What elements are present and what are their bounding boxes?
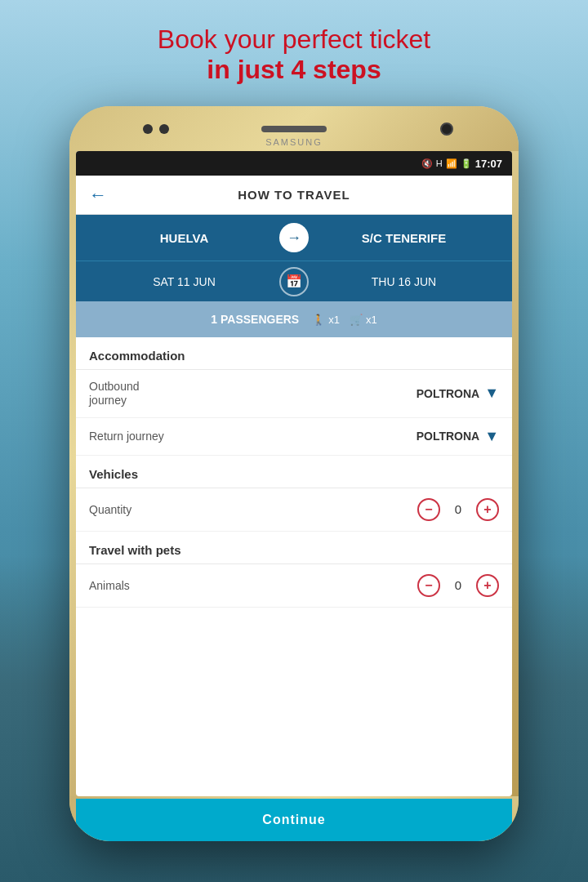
animals-row: Animals − 0 + <box>76 564 512 608</box>
adult-icon-group: 🚶 x1 <box>312 314 340 326</box>
animals-minus-button[interactable]: − <box>417 574 440 597</box>
return-dropdown-icon: ▼ <box>484 428 499 445</box>
stroller-count: x1 <box>366 314 377 326</box>
passengers-bar: 1 PASSENGERS 🚶 x1 🛒 x1 <box>76 301 512 337</box>
signal-icon: 📶 <box>446 158 457 169</box>
status-time: 17:07 <box>475 158 502 170</box>
return-journey-value: POLTRONA <box>416 430 480 443</box>
person-icon: 🚶 <box>312 314 325 326</box>
outbound-journey-row: Outboundjourney POLTRONA ▼ <box>76 370 512 418</box>
outbound-journey-label: Outboundjourney <box>89 380 416 408</box>
route-destination: S/C TENERIFE <box>309 231 499 245</box>
stroller-icon: 🛒 <box>350 314 363 326</box>
pets-title: Travel with pets <box>89 543 499 557</box>
quantity-row: Quantity − 0 + <box>76 488 512 532</box>
quantity-controls: − 0 + <box>417 498 499 521</box>
header-line2: in just 4 steps <box>0 55 588 85</box>
vehicles-title: Vehicles <box>89 467 499 481</box>
accommodation-title: Accommodation <box>89 349 499 363</box>
header-line1: Book your perfect ticket <box>0 24 588 55</box>
network-icon: H <box>436 158 443 168</box>
phone-speaker <box>261 126 327 132</box>
quantity-label: Quantity <box>89 503 417 516</box>
camera-right <box>159 124 169 134</box>
quantity-plus-button[interactable]: + <box>476 498 499 521</box>
header-section: Book your perfect ticket in just 4 steps <box>0 24 588 85</box>
calendar-icon: 📅 <box>286 274 302 289</box>
calendar-button[interactable]: 📅 <box>279 267 309 296</box>
route-bar: HUELVA → S/C TENERIFE <box>76 215 512 261</box>
quantity-value: 0 <box>450 502 466 516</box>
return-journey-select[interactable]: POLTRONA ▼ <box>416 428 499 445</box>
animals-plus-button[interactable]: + <box>476 574 499 597</box>
animals-label: Animals <box>89 579 417 592</box>
return-date: THU 16 JUN <box>309 275 499 288</box>
outbound-journey-value: POLTRONA <box>416 387 480 400</box>
route-origin: HUELVA <box>89 231 279 245</box>
app-title: HOW TO TRAVEL <box>238 188 350 202</box>
phone-top: SAMSUNG <box>69 106 519 151</box>
vehicles-section-header: Vehicles <box>76 456 512 488</box>
passengers-label: 1 PASSENGERS <box>211 313 299 326</box>
mute-icon: 🔇 <box>421 158 433 169</box>
date-bar: SAT 11 JUN 📅 THU 16 JUN <box>76 261 512 301</box>
content-area: Accommodation Outboundjourney POLTRONA ▼… <box>76 337 512 608</box>
animals-controls: − 0 + <box>417 574 499 597</box>
status-bar: 🔇 H 📶 🔋 17:07 <box>76 151 512 176</box>
route-arrow-icon: → <box>287 229 301 247</box>
stroller-icon-group: 🛒 x1 <box>350 314 377 326</box>
status-icons: 🔇 H 📶 🔋 <box>421 158 472 169</box>
camera-left <box>143 124 153 134</box>
outbound-journey-select[interactable]: POLTRONA ▼ <box>416 385 499 402</box>
pets-section-header: Travel with pets <box>76 532 512 564</box>
quantity-minus-button[interactable]: − <box>417 498 440 521</box>
accommodation-section-header: Accommodation <box>76 337 512 370</box>
animals-value: 0 <box>450 578 466 592</box>
adult-count: x1 <box>328 314 340 326</box>
outbound-dropdown-icon: ▼ <box>484 385 499 402</box>
app-bar: ← HOW TO TRAVEL <box>76 176 512 215</box>
front-camera <box>440 122 453 136</box>
return-journey-row: Return journey POLTRONA ▼ <box>76 418 512 456</box>
departure-date: SAT 11 JUN <box>89 275 279 288</box>
phone-frame: SAMSUNG 🔇 H 📶 🔋 17:07 ← HOW TO TRAVEL HU… <box>69 106 519 841</box>
phone-screen: 🔇 H 📶 🔋 17:07 ← HOW TO TRAVEL HUELVA → S… <box>76 151 512 796</box>
brand-text: SAMSUNG <box>265 137 323 147</box>
back-button[interactable]: ← <box>89 185 107 206</box>
passenger-icons: 🚶 x1 🛒 x1 <box>312 314 376 326</box>
route-arrow-circle: → <box>279 223 309 252</box>
battery-icon: 🔋 <box>461 158 472 169</box>
return-journey-label: Return journey <box>89 430 416 443</box>
